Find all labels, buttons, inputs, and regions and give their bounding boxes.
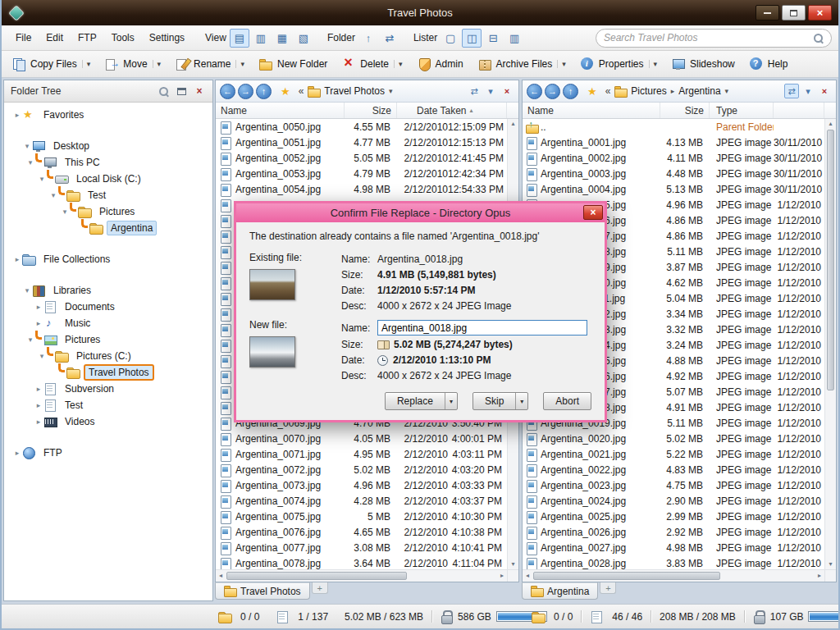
column-header-date-taken[interactable]: Date Taken▴ bbox=[397, 103, 507, 118]
close-pane-icon[interactable]: × bbox=[500, 84, 514, 98]
single-pane-icon[interactable]: ▢ bbox=[441, 29, 460, 48]
menu-item[interactable]: Settings bbox=[142, 28, 192, 48]
tree-expander-icon[interactable]: ▸ bbox=[12, 255, 22, 263]
file-row[interactable]: Argentina_0054.jpg 4.98 MB 2/12/2010 12:… bbox=[216, 181, 507, 197]
file-row[interactable]: Argentina_0023.jpg 4.75 MB JPEG image 1/… bbox=[523, 477, 824, 493]
tree-item[interactable]: ▾ Libraries bbox=[4, 282, 212, 299]
folder-tree-toggle-icon[interactable]: ▥ bbox=[504, 29, 524, 48]
scroll-up-icon[interactable]: ▴ bbox=[825, 119, 836, 129]
file-row[interactable]: Argentina_0050.jpg 4.55 MB 2/12/2010 12:… bbox=[216, 119, 507, 135]
abort-button[interactable]: Abort bbox=[543, 392, 591, 410]
tree-item[interactable]: ▾ Test bbox=[4, 187, 212, 203]
file-row[interactable]: Argentina_0001.jpg 4.13 MB JPEG image 30… bbox=[523, 135, 824, 150]
new-tab-button[interactable]: + bbox=[312, 582, 328, 594]
search-icon[interactable] bbox=[813, 33, 824, 43]
column-header-size[interactable]: Size bbox=[660, 103, 710, 118]
pane-menu-icon[interactable]: ▾ bbox=[801, 84, 815, 98]
tree-item[interactable] bbox=[4, 123, 212, 138]
tree-float-icon[interactable] bbox=[175, 84, 188, 98]
new-name-input[interactable] bbox=[377, 320, 587, 336]
scrollbar-thumb[interactable] bbox=[226, 572, 407, 580]
tree-expander-icon[interactable]: ▸ bbox=[34, 385, 43, 393]
dropdown-arrow-icon[interactable]: ▾ bbox=[82, 60, 91, 68]
minimize-button[interactable] bbox=[756, 5, 779, 21]
tree-item[interactable]: ▾ Pictures (C:) bbox=[4, 348, 212, 364]
search-box[interactable] bbox=[596, 29, 832, 48]
swap-panes-icon[interactable]: ⇄ bbox=[467, 84, 482, 98]
scroll-down-icon[interactable]: ▾ bbox=[825, 559, 836, 569]
column-header-name[interactable]: Name bbox=[523, 103, 660, 118]
close-pane-icon[interactable]: × bbox=[817, 84, 832, 98]
scroll-down-icon[interactable]: ▾ bbox=[508, 559, 518, 569]
tree-item[interactable] bbox=[4, 267, 212, 282]
details-view-icon[interactable]: ▤ bbox=[230, 29, 249, 48]
lister-group-label[interactable]: Lister bbox=[413, 32, 437, 43]
dropdown-arrow-icon[interactable]: ▾ bbox=[153, 60, 162, 68]
tree-expander-icon[interactable]: ▸ bbox=[34, 303, 43, 311]
vertical-scrollbar[interactable]: ▴ ▾ bbox=[824, 119, 836, 569]
column-header-size[interactable]: Size bbox=[345, 103, 397, 118]
replace-dropdown-icon[interactable]: ▾ bbox=[445, 393, 457, 409]
file-row[interactable]: Argentina_0027.jpg 4.98 MB JPEG image 1/… bbox=[523, 540, 824, 555]
tree-item[interactable]: ▾ Pictures bbox=[4, 331, 212, 348]
horizontal-scrollbar[interactable]: ◂ ▸ bbox=[523, 569, 824, 582]
breadcrumb-folder[interactable]: Argentina bbox=[678, 85, 720, 97]
maximize-button[interactable] bbox=[782, 5, 806, 21]
file-row[interactable]: Argentina_0002.jpg 4.11 MB JPEG image 30… bbox=[523, 150, 824, 166]
scrollbar-thumb[interactable] bbox=[533, 572, 720, 580]
file-row[interactable]: Argentina_0076.jpg 4.65 MB 2/12/2010 4:1… bbox=[216, 524, 507, 540]
folder-sync-icon[interactable]: ⇄ bbox=[380, 29, 399, 48]
tree-expander-icon[interactable]: ▾ bbox=[22, 142, 32, 150]
file-row[interactable]: Argentina_0072.jpg 5.02 MB 2/12/2010 4:0… bbox=[216, 462, 507, 477]
back-button[interactable]: ← bbox=[527, 84, 542, 99]
horizontal-scrollbar[interactable]: ◂ ▸ bbox=[216, 569, 507, 582]
new-tab-button[interactable]: + bbox=[600, 582, 616, 594]
file-row[interactable]: Argentina_0020.jpg 5.02 MB JPEG image 1/… bbox=[523, 431, 824, 446]
tree-item[interactable]: ▸ File Collections bbox=[4, 251, 212, 267]
file-row[interactable]: Argentina_0003.jpg 4.48 MB JPEG image 30… bbox=[523, 166, 824, 181]
file-row[interactable]: Argentina_0071.jpg 4.95 MB 2/12/2010 4:0… bbox=[216, 446, 507, 462]
tree-expander-icon[interactable]: ▾ bbox=[37, 175, 47, 183]
tree-expander-icon[interactable]: ▾ bbox=[25, 336, 35, 344]
file-row[interactable]: Argentina_0028.jpg 3.83 MB JPEG image 1/… bbox=[523, 555, 824, 569]
scrollbar-thumb[interactable] bbox=[827, 130, 834, 390]
up-button[interactable]: ↑ bbox=[563, 84, 578, 99]
tree-expander-icon[interactable]: ▸ bbox=[12, 111, 22, 119]
breadcrumb-dropdown-icon[interactable]: ▾ bbox=[725, 87, 729, 95]
tree-item[interactable]: ▸ Favorites bbox=[4, 107, 212, 123]
file-row[interactable]: Argentina_0053.jpg 4.79 MB 2/12/2010 12:… bbox=[216, 166, 507, 181]
list-view-icon[interactable]: ▥ bbox=[251, 29, 271, 48]
tree-close-icon[interactable]: × bbox=[193, 84, 206, 98]
toolbar-button[interactable]: Help bbox=[743, 53, 795, 75]
scroll-right-icon[interactable]: ▸ bbox=[497, 570, 507, 582]
tree-item[interactable]: ▸ Test bbox=[4, 397, 212, 413]
scroll-right-icon[interactable]: ▸ bbox=[815, 570, 824, 582]
tree-item[interactable]: ▾ This PC bbox=[4, 154, 212, 171]
folder-up-icon[interactable]: ↑ bbox=[358, 29, 378, 48]
toolbar-button[interactable]: New Folder bbox=[253, 53, 334, 75]
file-row[interactable]: Argentina_0074.jpg 4.28 MB 2/12/2010 4:0… bbox=[216, 493, 507, 509]
file-row[interactable]: Argentina_0026.jpg 2.92 MB JPEG image 1/… bbox=[523, 524, 824, 540]
tree-item[interactable]: ▸ FTP bbox=[4, 445, 212, 461]
tree-expander-icon[interactable]: ▸ bbox=[12, 449, 22, 457]
dual-horizontal-icon[interactable]: ⊟ bbox=[483, 29, 503, 48]
tree-item[interactable]: ▾ Desktop bbox=[4, 138, 212, 154]
toolbar-button[interactable]: Rename ▾ bbox=[169, 53, 251, 75]
up-button[interactable]: ↑ bbox=[256, 84, 272, 99]
close-button[interactable]: × bbox=[808, 5, 832, 21]
dropdown-arrow-icon[interactable]: ▾ bbox=[235, 60, 244, 68]
tree-item[interactable]: ▸ Documents bbox=[4, 299, 212, 315]
file-row[interactable]: Argentina_0024.jpg 2.90 MB JPEG image 1/… bbox=[523, 493, 824, 509]
file-row[interactable]: Argentina_0078.jpg 3.64 MB 2/12/2010 4:1… bbox=[216, 555, 507, 569]
view-group-label[interactable]: View bbox=[205, 32, 226, 43]
tree-expander-icon[interactable]: ▾ bbox=[48, 191, 58, 199]
dropdown-arrow-icon[interactable]: ▾ bbox=[557, 60, 566, 68]
breadcrumb-overflow-icon[interactable]: « bbox=[605, 85, 611, 97]
pane-menu-icon[interactable]: ▾ bbox=[483, 84, 498, 98]
tab-argentina[interactable]: Argentina bbox=[522, 582, 598, 600]
tree-item[interactable] bbox=[4, 430, 212, 445]
forward-button[interactable]: → bbox=[545, 84, 560, 99]
file-row[interactable]: Argentina_0051.jpg 4.77 MB 2/12/2010 12:… bbox=[216, 135, 507, 150]
tree-expander-icon[interactable]: ▾ bbox=[22, 286, 32, 294]
file-row[interactable]: Argentina_0021.jpg 5.22 MB JPEG image 1/… bbox=[523, 446, 824, 462]
